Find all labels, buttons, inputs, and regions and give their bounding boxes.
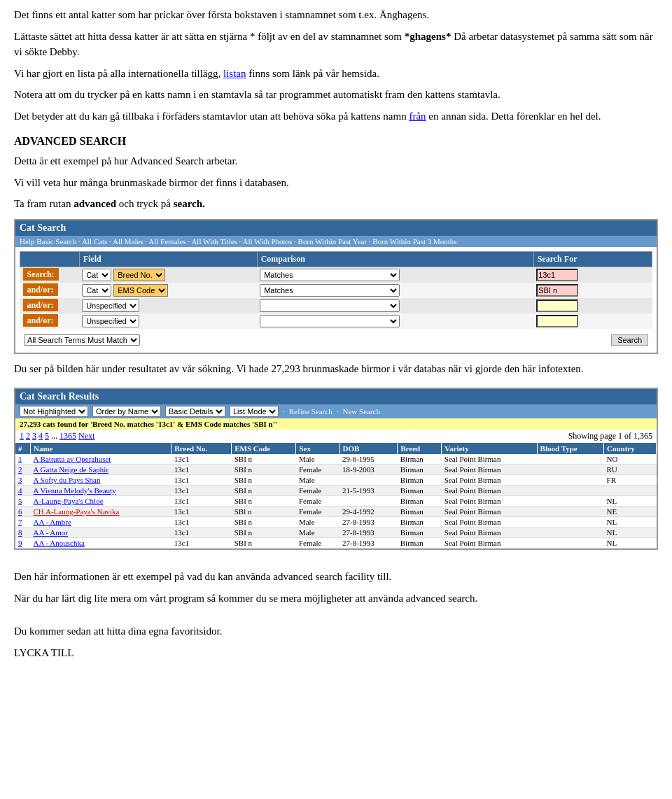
- cat-name-link[interactable]: AA - Amor: [34, 528, 69, 537]
- highlight-select[interactable]: Not Highlighted: [20, 406, 88, 417]
- row-num-link[interactable]: 9: [18, 539, 22, 547]
- cell-name: A Gatta Neige de Saphir: [31, 465, 172, 475]
- row2-field-select[interactable]: Cat: [82, 284, 111, 297]
- cell-dob: [340, 475, 398, 486]
- row-num-link[interactable]: 7: [18, 518, 22, 526]
- order-select[interactable]: Order by Name: [92, 406, 161, 417]
- search-button[interactable]: Search: [611, 334, 648, 346]
- col-name: Name: [31, 443, 172, 454]
- row1-field2-select[interactable]: Breed No.: [113, 269, 165, 281]
- row4-field-select[interactable]: Unspecified: [82, 315, 139, 327]
- detail-select[interactable]: Basic Details: [165, 406, 225, 417]
- all-with-photos-link[interactable]: All With Photos: [242, 237, 292, 246]
- cat-name-link[interactable]: A Vienna Melody's Beauty: [34, 486, 116, 495]
- cell-name: AA - Anouschka: [31, 538, 172, 549]
- toolbar-sep2: ·: [337, 407, 339, 416]
- help-basic-search-link[interactable]: Help Basic Search: [20, 237, 76, 246]
- cell-blood: [537, 507, 603, 517]
- row1-field-select[interactable]: Cat: [82, 269, 111, 281]
- cell-breed: Birman: [398, 538, 442, 549]
- cat-name-link[interactable]: A Battutta av Operahuset: [34, 455, 111, 463]
- results-toolbar: Not Highlighted Order by Name Basic Deta…: [15, 404, 657, 418]
- row1-search-input[interactable]: [536, 269, 578, 281]
- cell-dob: 27-8-1993: [340, 517, 398, 528]
- cell-sex: Female: [296, 507, 340, 517]
- cell-num: 6: [15, 507, 31, 517]
- results-box: Cat Search Results Not Highlighted Order…: [14, 388, 658, 550]
- row-num-link[interactable]: 3: [18, 476, 22, 484]
- row3-field-select[interactable]: Unspecified: [82, 299, 139, 312]
- match-option-select[interactable]: All Search Terms Must Match: [24, 334, 140, 346]
- cell-dob: [340, 496, 398, 507]
- cell-sex: Male: [296, 475, 340, 486]
- all-females-link[interactable]: All Females: [148, 237, 186, 246]
- cell-dob: 29-6-1995: [340, 454, 398, 465]
- row-num-link[interactable]: 2: [18, 465, 22, 474]
- all-males-link[interactable]: All Males: [113, 237, 144, 246]
- cell-breed: Birman: [398, 475, 442, 486]
- all-cats-link[interactable]: All Cats: [82, 237, 107, 246]
- new-search-link[interactable]: New Search: [343, 407, 380, 416]
- page-3-link[interactable]: 3: [32, 431, 36, 441]
- col-country: Country: [604, 443, 657, 454]
- cell-country: NO: [604, 454, 657, 465]
- cell-breed-no: 13c1: [172, 507, 232, 517]
- row1-comparison-select[interactable]: Matches: [260, 269, 400, 281]
- born-past-3months-link[interactable]: Born Within Past 3 Months: [372, 237, 456, 246]
- list-link[interactable]: listan: [223, 68, 246, 79]
- cat-name-link[interactable]: A-Laung-Paya's Chloe: [34, 497, 104, 505]
- results-found: 27,293 cats found for 'Breed No. matches…: [15, 418, 657, 430]
- cell-num: 9: [15, 538, 31, 549]
- row-num-link[interactable]: 4: [18, 486, 22, 495]
- row2-comparison-select[interactable]: Matches: [260, 284, 400, 297]
- cell-country: NL: [604, 496, 657, 507]
- pagination-links: 1 2 3 4 5 ... 1365 Next: [20, 431, 94, 441]
- row2-search-input[interactable]: [536, 284, 578, 297]
- col-breed-no: Breed No.: [172, 443, 232, 454]
- row-num-link[interactable]: 5: [18, 497, 22, 505]
- table-row: 7 AA - Ambre 13c1 SBI n Male 27-8-1993 B…: [15, 517, 657, 528]
- from-link[interactable]: från: [409, 111, 426, 122]
- page-1-link[interactable]: 1: [20, 431, 24, 441]
- row4-comparison-select[interactable]: [260, 315, 400, 327]
- cell-num: 4: [15, 486, 31, 496]
- mode-select[interactable]: List Mode: [230, 406, 279, 417]
- cell-name: AA - Amor: [31, 528, 172, 538]
- row2-field2-select[interactable]: EMS Code: [113, 284, 168, 297]
- adv-keyword2: search.: [174, 198, 205, 209]
- row4-search-input[interactable]: [536, 315, 578, 327]
- cell-dob: 21-5-1993: [340, 486, 398, 496]
- row3-search-input[interactable]: [536, 299, 578, 312]
- cat-name-link[interactable]: AA - Anouschka: [34, 539, 85, 547]
- intro-p4: Notera att om du trycker på en katts nam…: [14, 87, 658, 103]
- row-num-link[interactable]: 8: [18, 528, 22, 537]
- page-4-link[interactable]: 4: [38, 431, 43, 441]
- cat-name-link[interactable]: AA - Ambre: [34, 518, 71, 526]
- cell-ems: SBI n: [232, 475, 296, 486]
- cell-num: 8: [15, 528, 31, 538]
- page-1365-link[interactable]: 1365: [59, 431, 76, 441]
- next-link[interactable]: Next: [78, 431, 94, 441]
- col-dob: DOB: [340, 443, 398, 454]
- cell-name: A-Laung-Paya's Chloe: [31, 496, 172, 507]
- all-with-titles-link[interactable]: All With Titles: [191, 237, 237, 246]
- page-5-link[interactable]: 5: [45, 431, 49, 441]
- cat-name-link[interactable]: CH A-Laung-Paya's Navika: [34, 507, 120, 516]
- row-num-link[interactable]: 1: [18, 455, 22, 463]
- page-2-link[interactable]: 2: [26, 431, 30, 441]
- born-past-year-link[interactable]: Born Within Past Year: [298, 237, 367, 246]
- row1-label: Search:: [23, 268, 59, 281]
- row-num-link[interactable]: 6: [18, 507, 22, 516]
- cell-sex: Female: [296, 486, 340, 496]
- intro-p3: Vi har gjort en lista på alla internatio…: [14, 66, 658, 82]
- col-blood: Blood Type: [537, 443, 603, 454]
- refine-search-link[interactable]: Refine Search: [289, 407, 332, 416]
- cat-name-link[interactable]: A Gatta Neige de Saphir: [34, 465, 109, 474]
- cell-country: FR: [604, 475, 657, 486]
- search-row-3: and/or: Unspecified: [20, 298, 652, 313]
- cell-name: AA - Ambre: [31, 517, 172, 528]
- cat-name-link[interactable]: A Softy du Pays Shan: [34, 476, 101, 484]
- cell-ems: SBI n: [232, 528, 296, 538]
- closing-p4: LYCKA TILL: [14, 645, 658, 661]
- row3-comparison-select[interactable]: [260, 299, 400, 312]
